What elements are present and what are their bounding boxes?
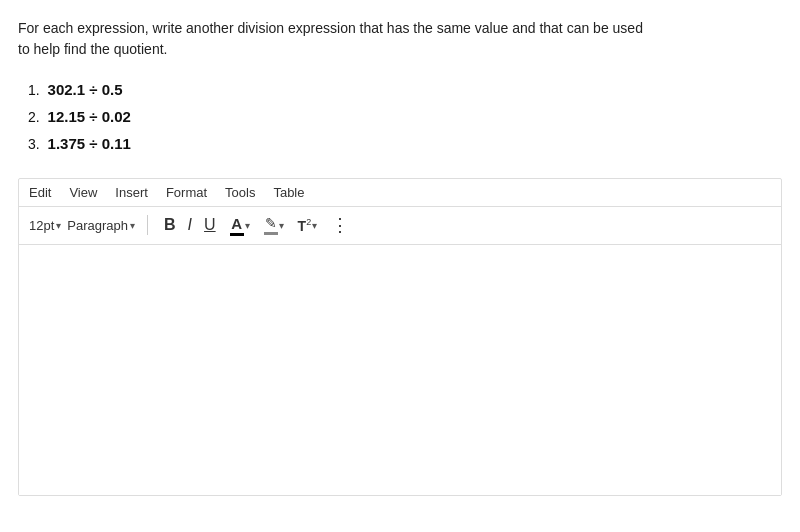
- underline-button[interactable]: U: [200, 214, 220, 236]
- menu-view[interactable]: View: [69, 185, 97, 200]
- paragraph-selector[interactable]: Paragraph ▾: [67, 218, 135, 233]
- highlight-icon: ✎: [264, 215, 278, 235]
- bold-button[interactable]: B: [160, 214, 180, 236]
- menu-table[interactable]: Table: [273, 185, 304, 200]
- problem-1: 1. 302.1 ÷ 0.5: [28, 76, 782, 103]
- font-color-chevron: ▾: [245, 220, 250, 231]
- problem-list: 1. 302.1 ÷ 0.5 2. 12.15 ÷ 0.02 3. 1.375 …: [28, 76, 782, 158]
- font-size-selector[interactable]: 12pt ▾: [29, 218, 61, 233]
- font-color-bar: [230, 233, 244, 236]
- highlight-color-bar: [264, 232, 278, 235]
- superscript-chevron: ▾: [312, 220, 317, 231]
- font-color-letter: A: [231, 215, 242, 232]
- problem-3: 3. 1.375 ÷ 0.11: [28, 130, 782, 157]
- menu-bar: Edit View Insert Format Tools Table: [19, 179, 781, 207]
- italic-button[interactable]: I: [184, 214, 196, 236]
- problem-3-number: 3.: [28, 132, 40, 157]
- formatting-buttons: B I U: [160, 214, 220, 236]
- editor-container: Edit View Insert Format Tools Table 12pt…: [18, 178, 782, 496]
- superscript-icon: T2: [298, 217, 312, 234]
- paragraph-label: Paragraph: [67, 218, 128, 233]
- problem-3-expression: 1.375 ÷ 0.11: [48, 135, 131, 152]
- more-options-button[interactable]: ⋮: [327, 214, 353, 236]
- toolbar-divider-1: [147, 215, 148, 235]
- problem-2-expression: 12.15 ÷ 0.02: [48, 108, 131, 125]
- problem-1-expression: 302.1 ÷ 0.5: [48, 81, 123, 98]
- menu-insert[interactable]: Insert: [115, 185, 148, 200]
- editor-body[interactable]: [19, 245, 781, 495]
- instructions-text: For each expression, write another divis…: [18, 18, 782, 60]
- superscript-base: T: [298, 217, 307, 233]
- font-size-chevron: ▾: [56, 220, 61, 231]
- highlight-symbol: ✎: [265, 215, 277, 231]
- problem-1-number: 1.: [28, 78, 40, 103]
- problem-2: 2. 12.15 ÷ 0.02: [28, 103, 782, 130]
- paragraph-chevron: ▾: [130, 220, 135, 231]
- highlight-chevron: ▾: [279, 220, 284, 231]
- problem-2-number: 2.: [28, 105, 40, 130]
- menu-format[interactable]: Format: [166, 185, 207, 200]
- menu-edit[interactable]: Edit: [29, 185, 51, 200]
- font-color-button[interactable]: A ▾: [226, 213, 254, 238]
- instructions-line1: For each expression, write another divis…: [18, 20, 643, 36]
- menu-tools[interactable]: Tools: [225, 185, 255, 200]
- highlight-button[interactable]: ✎ ▾: [260, 213, 288, 237]
- font-color-icon: A: [230, 215, 244, 236]
- superscript-button[interactable]: T2 ▾: [294, 215, 322, 236]
- font-size-value: 12pt: [29, 218, 54, 233]
- instructions-line2: to help find the quotient.: [18, 41, 167, 57]
- superscript-number: 2: [306, 217, 311, 227]
- toolbar: 12pt ▾ Paragraph ▾ B I U A ▾: [19, 207, 781, 245]
